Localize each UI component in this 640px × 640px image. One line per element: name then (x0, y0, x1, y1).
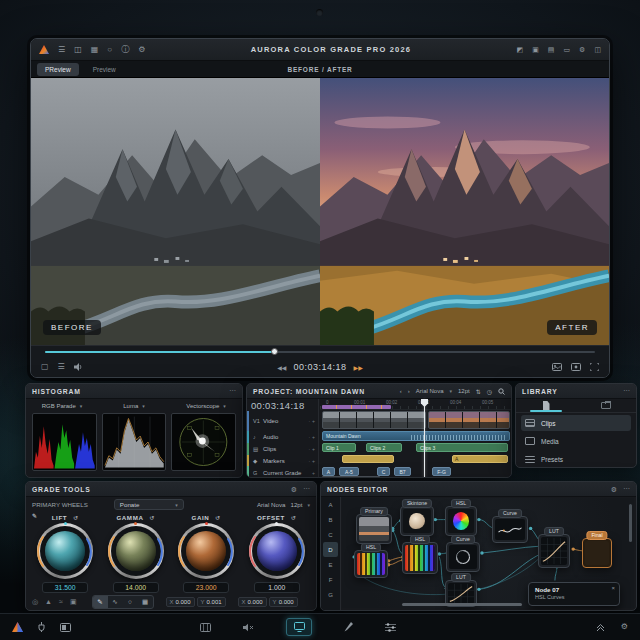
sliders-icon[interactable] (385, 623, 396, 632)
coord-x-field[interactable]: X0.000 (166, 597, 195, 607)
filmstrip-taskbar-icon[interactable] (200, 623, 211, 632)
track-option-icon[interactable]: · (308, 458, 310, 464)
coord-x-field[interactable]: X0.000 (238, 597, 267, 607)
track-add-icon[interactable]: + (312, 418, 315, 424)
library-item-presets[interactable]: Presets (521, 451, 631, 467)
timeline-scrollbar[interactable] (322, 476, 380, 478)
grade-chip[interactable]: A (322, 467, 335, 476)
grade-chip[interactable]: F-G (432, 467, 451, 476)
rail-item-c[interactable]: C (321, 527, 340, 542)
folder-icon[interactable]: ▭ (563, 46, 570, 53)
grade-settings-icon[interactable]: ⚙ (291, 486, 297, 493)
clip-block[interactable]: Clip 1 (322, 443, 356, 452)
pencil-icon[interactable]: ✎ (32, 512, 38, 519)
track-option-icon[interactable]: · (308, 434, 310, 440)
lift-wheel-control[interactable] (37, 523, 93, 579)
rail-item-g[interactable]: G (321, 587, 340, 602)
search-icon[interactable] (498, 388, 505, 395)
playlist-icon[interactable]: ☰ (58, 363, 65, 371)
marker-block[interactable] (342, 455, 394, 463)
speaker-muted-icon[interactable] (243, 623, 254, 632)
node-hsl-strip-2[interactable]: HSL (402, 542, 438, 574)
plugin-icon[interactable] (37, 622, 46, 632)
pen-taskbar-icon[interactable] (344, 622, 353, 632)
track-option-icon[interactable]: · (308, 446, 310, 452)
library-item-clips[interactable]: Clips (521, 415, 631, 431)
circle-tool-icon[interactable]: ○ (123, 596, 138, 608)
gain-wheel-control[interactable] (178, 523, 234, 579)
info-icon[interactable]: ⓘ (121, 46, 129, 54)
nodes-hscrollbar[interactable] (402, 603, 522, 606)
media-icon[interactable] (60, 623, 71, 632)
marker-block[interactable]: A (452, 455, 508, 463)
node-hsl-wheel[interactable]: HSL (445, 506, 477, 536)
video-clip-thumbnails-before[interactable] (322, 411, 426, 429)
font-select[interactable]: Arial Nova (416, 388, 444, 394)
timeline-marker-range[interactable] (322, 405, 391, 409)
clip-block[interactable]: Clips 3 (416, 443, 508, 452)
library-menu-icon[interactable]: ⋯ (623, 387, 630, 395)
seek-knob[interactable] (271, 348, 278, 355)
collapse-up-icon[interactable] (596, 623, 605, 632)
snapshot-icon[interactable] (552, 363, 562, 371)
library-tab-files[interactable] (516, 399, 576, 412)
size-stepper-icon[interactable]: ⇅ (476, 388, 481, 395)
volume-icon[interactable] (74, 363, 83, 371)
grade-chip[interactable]: B7 (394, 467, 411, 476)
fullscreen-icon[interactable] (590, 363, 599, 371)
grid-view-icon[interactable]: ▦ (91, 46, 99, 54)
audio-clip[interactable]: Mountain Dawn (322, 431, 510, 441)
scope-select-vectorscope[interactable]: Vectorscope▾ (170, 403, 242, 409)
gamma-wheel-control[interactable] (108, 523, 164, 579)
tab-preview-2[interactable]: Preview (85, 63, 124, 76)
image-tool-icon[interactable]: ▣ (70, 598, 77, 606)
grade-chip[interactable]: A-5 (339, 467, 359, 476)
rail-item-f[interactable]: F (321, 572, 340, 587)
settings-icon[interactable]: ⚙ (138, 46, 145, 54)
gamma-value[interactable]: 14.000 (113, 582, 159, 593)
track-label-markers[interactable]: ◆Markers·+ (247, 455, 318, 466)
offset-value[interactable]: 1.000 (254, 582, 300, 593)
track-label-current-grade[interactable]: GCurrent Grade+ (247, 466, 318, 478)
track-add-icon[interactable]: + (312, 446, 315, 452)
monitor-view-icon[interactable]: ◫ (74, 46, 82, 54)
track-label-audio[interactable]: ♪Audio·+ (247, 431, 318, 443)
node-curve-1[interactable]: Curve (492, 516, 528, 543)
coord-y-field[interactable]: Y0.000 (269, 597, 298, 607)
nav-next-icon[interactable]: › (408, 388, 410, 394)
track-add-icon[interactable]: + (312, 434, 315, 440)
tooltip-close-icon[interactable]: × (611, 585, 615, 591)
video-clip-thumbnails-after[interactable] (428, 411, 510, 429)
prefs-gear-icon[interactable]: ⚙ (579, 46, 585, 53)
rail-item-b[interactable]: B (321, 512, 340, 527)
export-icon[interactable]: ◩ (517, 46, 524, 53)
clock-icon[interactable]: ◷ (487, 388, 492, 395)
library-tab-bins[interactable] (576, 399, 636, 412)
gallery-icon[interactable] (571, 363, 581, 371)
font-size-select[interactable]: 12pt (458, 388, 470, 394)
rewind-icon[interactable]: ◀◀ (277, 364, 286, 371)
track-add-icon[interactable]: + (312, 458, 315, 464)
track-add-icon[interactable]: + (312, 470, 315, 476)
pencil-tool-icon[interactable]: ✎ (93, 596, 108, 608)
rail-item-d[interactable]: D (323, 542, 338, 557)
scope-select-rgb-parade[interactable]: RGB Parade▾ (26, 403, 98, 409)
rail-item-a[interactable]: A (321, 497, 340, 512)
nav-prev-icon[interactable]: ‹ (400, 388, 402, 394)
menu-icon[interactable]: ☰ (58, 46, 65, 54)
preset-select[interactable]: Ponate▾ (114, 499, 184, 510)
reset-icon[interactable]: ↺ (73, 514, 79, 521)
node-primary[interactable]: Primary (356, 514, 392, 544)
rail-item-e[interactable]: E (321, 557, 340, 572)
taskbar-logo-icon[interactable] (12, 622, 23, 632)
scopes-icon[interactable]: ▣ (532, 46, 539, 53)
tab-preview-1[interactable]: PReview (37, 63, 79, 76)
library-item-media[interactable]: Media (521, 433, 631, 449)
reset-icon[interactable]: ↺ (215, 514, 221, 521)
histogram-menu-icon[interactable]: ⋯ (229, 387, 236, 395)
media-pool-icon[interactable]: ▤ (548, 46, 555, 53)
timeline-ruler[interactable]: 0 00:01 00:02 00:03 00:04 00:05 (320, 399, 512, 410)
split-panel-icon[interactable]: ◫ (594, 46, 601, 53)
node-curve-2[interactable]: Curve (446, 542, 480, 572)
nodes-vscrollbar[interactable] (629, 504, 632, 542)
